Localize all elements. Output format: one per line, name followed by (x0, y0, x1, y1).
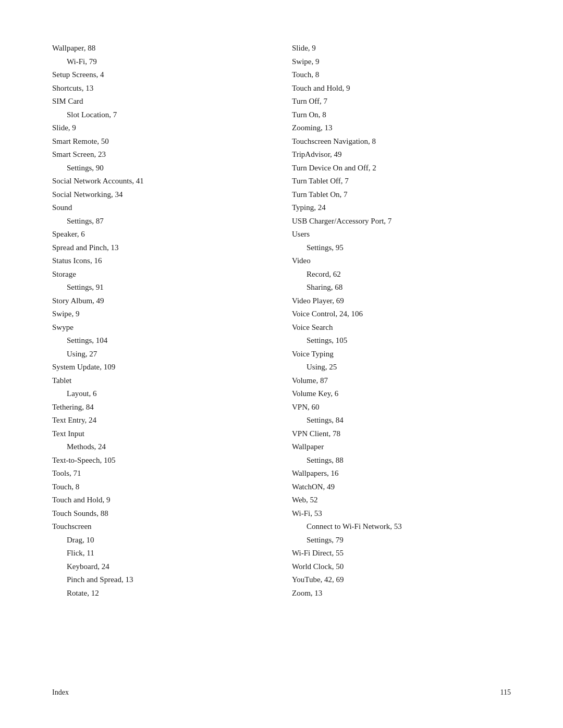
list-item: Pinch and Spread, 13 (52, 573, 271, 587)
list-item: Swipe, 9 (52, 307, 271, 321)
list-item: Swype (52, 321, 271, 335)
list-item: Wi-Fi Direct, 55 (292, 547, 511, 560)
list-item: Wallpapers, 16 (292, 467, 511, 480)
list-item: System Update, 109 (52, 361, 271, 374)
list-item: Text Input (52, 427, 271, 441)
list-item: Methods, 24 (52, 440, 271, 454)
list-item: Turn Off, 7 (292, 95, 511, 108)
list-item: Slide, 9 (52, 121, 271, 135)
list-item: Social Networking, 34 (52, 188, 271, 202)
list-item: Turn Tablet On, 7 (292, 188, 511, 202)
list-item: Using, 27 (52, 348, 271, 361)
list-item: Wallpaper, 88 (52, 42, 271, 55)
list-item: WatchON, 49 (292, 480, 511, 494)
list-item: Touch, 8 (292, 68, 511, 82)
list-item: Voice Typing (292, 348, 511, 361)
list-item: Smart Screen, 23 (52, 148, 271, 162)
list-item: Voice Control, 24, 106 (292, 307, 511, 321)
list-item: Touchscreen Navigation, 8 (292, 135, 511, 149)
left-column: Wallpaper, 88Wi-Fi, 79Setup Screens, 4Sh… (52, 42, 271, 600)
list-item: Settings, 90 (52, 162, 271, 175)
list-item: Touch, 8 (52, 480, 271, 494)
list-item: VPN Client, 78 (292, 427, 511, 441)
footer-label: Index (52, 688, 69, 697)
page-footer: Index 115 (52, 688, 511, 697)
list-item: Story Album, 49 (52, 294, 271, 308)
list-item: Settings, 95 (292, 241, 511, 255)
list-item: Turn On, 8 (292, 108, 511, 122)
content-columns: Wallpaper, 88Wi-Fi, 79Setup Screens, 4Sh… (52, 42, 511, 600)
list-item: Speaker, 6 (52, 228, 271, 241)
list-item: VPN, 60 (292, 401, 511, 414)
list-item: Using, 25 (292, 361, 511, 374)
list-item: Storage (52, 268, 271, 281)
list-item: Turn Device On and Off, 2 (292, 162, 511, 175)
list-item: Touchscreen (52, 520, 271, 534)
list-item: SIM Card (52, 95, 271, 108)
right-column: Slide, 9Swipe, 9Touch, 8Touch and Hold, … (292, 42, 511, 600)
list-item: Zoom, 13 (292, 587, 511, 600)
list-item: Slot Location, 7 (52, 108, 271, 122)
list-item: Settings, 88 (292, 454, 511, 467)
list-item: YouTube, 42, 69 (292, 573, 511, 587)
list-item: Flick, 11 (52, 547, 271, 560)
list-item: Zooming, 13 (292, 121, 511, 135)
list-item: Touch Sounds, 88 (52, 507, 271, 521)
list-item: Tools, 71 (52, 467, 271, 480)
page-container: Wallpaper, 88Wi-Fi, 79Setup Screens, 4Sh… (0, 0, 563, 728)
list-item: Rotate, 12 (52, 587, 271, 600)
list-item: Setup Screens, 4 (52, 68, 271, 82)
list-item: Turn Tablet Off, 7 (292, 175, 511, 188)
list-item: Video Player, 69 (292, 294, 511, 308)
list-item: Text-to-Speech, 105 (52, 454, 271, 467)
list-item: Sound (52, 201, 271, 215)
list-item: Shortcuts, 13 (52, 82, 271, 95)
list-item: TripAdvisor, 49 (292, 148, 511, 162)
list-item: Video (292, 254, 511, 268)
list-item: Sharing, 68 (292, 281, 511, 294)
list-item: Wi-Fi, 53 (292, 507, 511, 521)
list-item: Voice Search (292, 321, 511, 335)
list-item: Typing, 24 (292, 201, 511, 215)
list-item: Text Entry, 24 (52, 414, 271, 427)
list-item: Status Icons, 16 (52, 254, 271, 268)
list-item: Settings, 79 (292, 534, 511, 547)
list-item: Volume Key, 6 (292, 387, 511, 401)
list-item: Swipe, 9 (292, 55, 511, 69)
list-item: Spread and Pinch, 13 (52, 241, 271, 255)
list-item: Layout, 6 (52, 387, 271, 401)
list-item: Tablet (52, 374, 271, 388)
list-item: Web, 52 (292, 493, 511, 507)
list-item: Record, 62 (292, 268, 511, 281)
list-item: Keyboard, 24 (52, 560, 271, 574)
list-item: Settings, 104 (52, 334, 271, 348)
list-item: Smart Remote, 50 (52, 135, 271, 149)
list-item: Drag, 10 (52, 534, 271, 547)
list-item: Wi-Fi, 79 (52, 55, 271, 69)
list-item: Settings, 87 (52, 215, 271, 228)
list-item: Wallpaper (292, 440, 511, 454)
list-item: Volume, 87 (292, 374, 511, 388)
list-item: Tethering, 84 (52, 401, 271, 414)
list-item: Settings, 105 (292, 334, 511, 348)
list-item: Connect to Wi-Fi Network, 53 (292, 520, 511, 534)
list-item: World Clock, 50 (292, 560, 511, 574)
list-item: Users (292, 228, 511, 241)
list-item: Slide, 9 (292, 42, 511, 55)
list-item: Settings, 91 (52, 281, 271, 294)
list-item: USB Charger/Accessory Port, 7 (292, 215, 511, 228)
list-item: Touch and Hold, 9 (52, 493, 271, 507)
page-number: 115 (500, 688, 511, 697)
list-item: Settings, 84 (292, 414, 511, 427)
list-item: Social Network Accounts, 41 (52, 175, 271, 188)
list-item: Touch and Hold, 9 (292, 82, 511, 95)
